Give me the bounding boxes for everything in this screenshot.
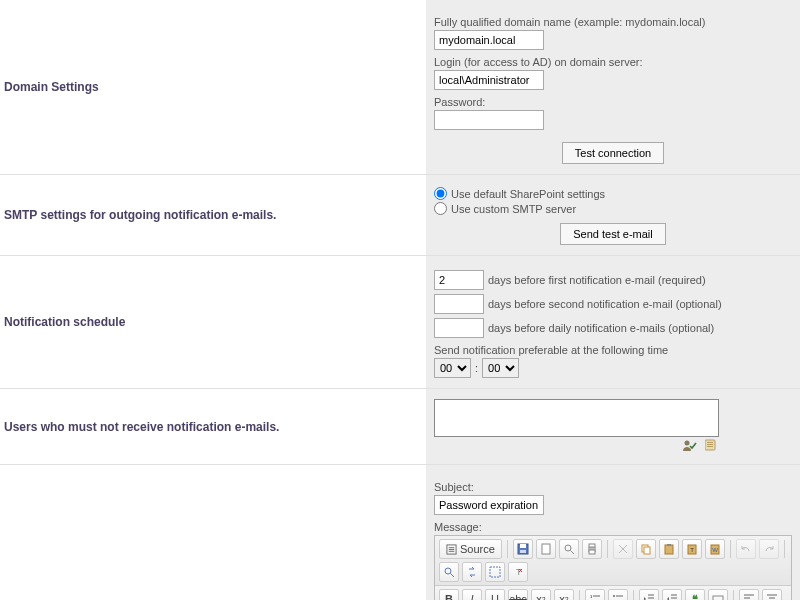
password-label: Password: [434,96,792,108]
smtp-heading: SMTP settings for outgoing notification … [4,208,276,222]
subscript-icon[interactable]: x2 [531,589,551,600]
cut-icon[interactable] [613,539,633,559]
svg-rect-8 [520,550,526,553]
svg-text:T: T [690,547,694,553]
svg-text:W: W [712,547,718,553]
print-icon[interactable] [582,539,602,559]
replace-icon[interactable] [462,562,482,582]
numbered-list-icon[interactable]: 12 [585,589,605,600]
paste-icon[interactable] [659,539,679,559]
outdent-icon[interactable] [639,589,659,600]
align-left-icon[interactable] [739,589,759,600]
paste-word-icon[interactable]: W [705,539,725,559]
test-connection-button[interactable]: Test connection [562,142,664,164]
copy-icon[interactable] [636,539,656,559]
svg-point-27 [613,595,615,597]
password-input[interactable] [434,110,544,130]
smtp-default-label: Use default SharePoint settings [451,188,605,200]
domain-settings-heading: Domain Settings [4,80,99,94]
svg-rect-15 [644,547,650,554]
bulleted-list-icon[interactable] [608,589,628,600]
days-second-label: days before second notification e-mail (… [488,298,722,310]
find-icon[interactable] [439,562,459,582]
blockquote-icon[interactable]: ❝ [685,589,705,600]
svg-rect-12 [589,544,595,547]
fqdn-input[interactable] [434,30,544,50]
redo-icon[interactable] [759,539,779,559]
superscript-icon[interactable]: x2 [554,589,574,600]
login-input[interactable] [434,70,544,90]
strike-icon[interactable]: abc [508,589,528,600]
days-first-input[interactable] [434,270,484,290]
days-daily-label: days before daily notification e-mails (… [488,322,714,334]
select-all-icon[interactable] [485,562,505,582]
svg-rect-13 [589,550,595,554]
exclude-users-input[interactable] [434,399,719,437]
rich-text-editor: Source T W [434,535,792,600]
time-minute-select[interactable]: 00 [482,358,519,378]
time-label: Send notification preferable at the foll… [434,344,792,356]
div-icon[interactable] [708,589,728,600]
smtp-default-radio[interactable] [434,187,447,200]
underline-icon[interactable]: U [485,589,505,600]
svg-point-0 [685,441,690,446]
time-hour-select[interactable]: 00 [434,358,471,378]
preview-icon[interactable] [559,539,579,559]
smtp-custom-label: Use custom SMTP server [451,203,576,215]
svg-rect-16 [665,545,673,554]
svg-rect-7 [520,544,526,548]
bold-icon[interactable]: B [439,589,459,600]
fqdn-label: Fully qualified domain name (example: my… [434,16,792,28]
svg-point-22 [445,568,451,574]
svg-rect-23 [490,567,500,577]
source-button[interactable]: Source [439,539,502,559]
subject-label: Subject: [434,481,792,493]
exclude-heading: Users who must not receive notification … [4,420,279,434]
svg-rect-2 [707,442,713,443]
people-picker-check-icon[interactable] [683,439,701,454]
schedule-heading: Notification schedule [4,315,125,329]
days-second-input[interactable] [434,294,484,314]
undo-icon[interactable] [736,539,756,559]
svg-rect-17 [667,544,671,546]
italic-icon[interactable]: I [462,589,482,600]
subject-input[interactable] [434,495,544,515]
save-icon[interactable] [513,539,533,559]
svg-rect-9 [542,544,550,554]
paste-text-icon[interactable]: T [682,539,702,559]
login-label: Login (for access to AD) on domain serve… [434,56,792,68]
days-daily-input[interactable] [434,318,484,338]
send-test-email-button[interactable]: Send test e-mail [560,223,665,245]
days-first-label: days before first notification e-mail (r… [488,274,706,286]
remove-format-icon[interactable]: T [508,562,528,582]
people-picker-browse-icon[interactable] [705,439,719,454]
svg-rect-3 [707,444,713,445]
new-page-icon[interactable] [536,539,556,559]
svg-rect-4 [707,446,713,447]
svg-rect-29 [713,596,723,600]
svg-point-10 [565,545,571,551]
indent-icon[interactable] [662,589,682,600]
smtp-custom-radio[interactable] [434,202,447,215]
time-colon: : [475,362,478,374]
align-center-icon[interactable] [762,589,782,600]
message-label: Message: [434,521,792,533]
